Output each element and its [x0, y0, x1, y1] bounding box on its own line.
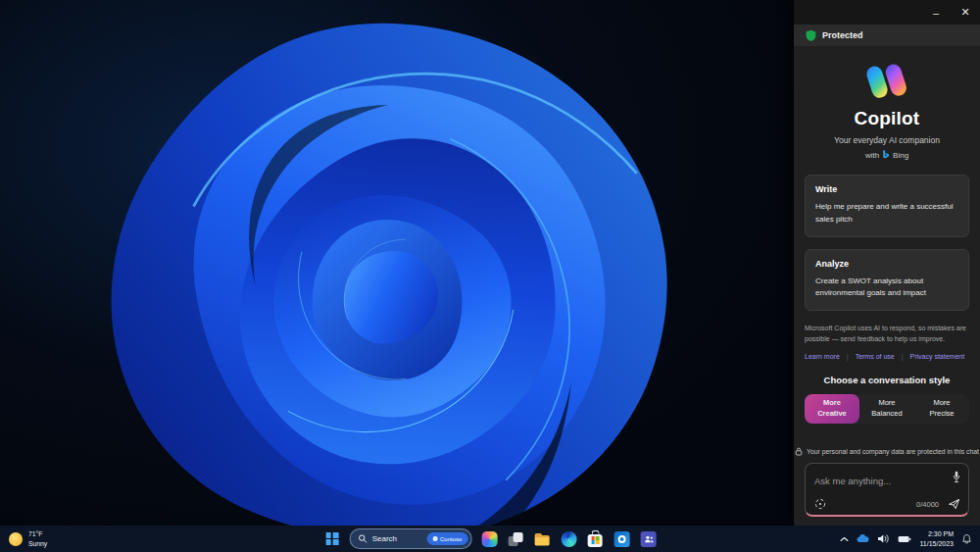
badge-logo-icon [433, 536, 438, 541]
task-view-icon [509, 532, 523, 546]
edge-button[interactable] [560, 530, 577, 548]
outlook-button[interactable] [612, 530, 630, 548]
ai-disclaimer: Microsoft Copilot uses AI to respond, so… [805, 324, 969, 345]
shield-icon [806, 29, 816, 41]
task-view-button[interactable] [507, 530, 524, 548]
with-bing-line: with Bing [865, 150, 908, 160]
onedrive-tray-button[interactable] [857, 534, 869, 543]
send-icon [948, 498, 960, 510]
bing-label: Bing [893, 151, 908, 160]
input-toolbar: 0/4000 [814, 498, 960, 510]
taskbar: 71°F Sunny Search Contoso [0, 526, 980, 552]
style-line1: More [823, 398, 841, 409]
sun-icon [9, 532, 23, 546]
outlook-icon [613, 531, 629, 547]
lock-icon [795, 447, 803, 456]
speaker-icon [877, 533, 890, 544]
chat-input-box: 0/4000 [805, 463, 969, 517]
style-line2: Precise [929, 409, 954, 420]
search-label: Search [372, 534, 397, 543]
clock-time: 2:30 PM [919, 529, 954, 539]
weather-widget[interactable]: 71°F Sunny [9, 526, 47, 552]
suggestion-card-write[interactable]: Write Help me prepare and write a succes… [805, 175, 969, 237]
windows-logo-icon [325, 532, 338, 545]
screenshot-button[interactable] [814, 498, 826, 510]
store-icon [588, 534, 603, 547]
teams-icon [640, 531, 656, 547]
style-line2: Balanced [871, 409, 902, 420]
copilot-panel: – ✕ Protected [794, 0, 980, 526]
panel-titlebar: – ✕ [794, 0, 980, 25]
weather-temp: 71°F [28, 529, 47, 538]
bing-icon [882, 150, 890, 160]
copilot-title: Copilot [855, 108, 920, 129]
copilot-taskbar-button[interactable] [480, 530, 498, 548]
privacy-statement-link[interactable]: Privacy statement [910, 353, 965, 360]
clock-date: 11/15/2023 [919, 539, 954, 549]
store-button[interactable] [586, 530, 604, 548]
link-separator: | [902, 353, 904, 360]
char-counter: 0/4000 [916, 500, 939, 509]
style-line2: Creative [817, 409, 847, 420]
teams-button[interactable] [639, 530, 657, 548]
card-body: Create a SWOT analysis about environment… [815, 276, 958, 301]
style-more-creative-button[interactable]: More Creative [805, 394, 859, 424]
system-tray: 2:30 PM 11/15/2023 [840, 526, 972, 552]
protected-banner: Protected [794, 25, 980, 46]
search-box[interactable]: Search Contoso [350, 528, 472, 549]
battery-icon [898, 535, 911, 543]
link-separator: | [847, 353, 849, 360]
bell-icon [961, 533, 972, 545]
copilot-icon [481, 531, 497, 547]
style-more-precise-button[interactable]: More Precise [914, 394, 969, 424]
with-label: with [865, 151, 879, 160]
file-explorer-button[interactable] [533, 530, 551, 548]
conversation-style-selector: More Creative More Balanced More Precise [805, 394, 969, 424]
terms-of-use-link[interactable]: Terms of use [856, 353, 895, 360]
battery-button[interactable] [898, 535, 911, 543]
badge-label: Contoso [440, 536, 462, 542]
copilot-logo [864, 60, 909, 101]
taskbar-center: Search Contoso [323, 526, 658, 552]
mic-icon [952, 471, 961, 483]
style-more-balanced-button[interactable]: More Balanced [859, 394, 914, 424]
wallpaper-bloom [0, 0, 794, 526]
search-icon [359, 534, 368, 543]
data-protection-text: Your personal and company data are prote… [807, 448, 979, 455]
close-button[interactable]: ✕ [951, 0, 980, 25]
suggestion-card-analyze[interactable]: Analyze Create a SWOT analysis about env… [805, 249, 969, 312]
weather-condition: Sunny [28, 539, 47, 548]
tray-overflow-button[interactable] [840, 536, 849, 542]
contoso-badge[interactable]: Contoso [427, 532, 467, 545]
copilot-subtitle: Your everyday AI companion [834, 135, 940, 145]
card-body: Help me prepare and write a successful s… [815, 201, 958, 226]
minimize-button[interactable]: – [921, 0, 951, 25]
file-explorer-icon [534, 532, 551, 546]
card-title: Analyze [815, 259, 958, 269]
chevron-up-icon [840, 536, 849, 542]
notifications-button[interactable] [961, 533, 972, 545]
send-button[interactable] [948, 498, 960, 510]
chat-input[interactable] [814, 476, 942, 486]
clock[interactable]: 2:30 PM 11/15/2023 [919, 529, 954, 549]
data-protection-note: Your personal and company data are prote… [795, 447, 979, 456]
onedrive-cloud-icon [857, 534, 869, 543]
legal-links: Learn more | Terms of use | Privacy stat… [805, 353, 969, 360]
desktop: – ✕ Protected [0, 0, 980, 552]
conversation-style-heading: Choose a conversation style [824, 375, 951, 385]
start-button[interactable] [323, 530, 341, 548]
style-line1: More [878, 398, 895, 409]
card-title: Write [815, 184, 958, 194]
style-line1: More [933, 398, 950, 409]
mic-button[interactable] [952, 471, 961, 486]
volume-button[interactable] [877, 533, 890, 544]
screenshot-icon [814, 498, 826, 510]
panel-body: Copilot Your everyday AI companion with … [794, 46, 980, 526]
edge-icon [561, 531, 576, 547]
learn-more-link[interactable]: Learn more [805, 353, 840, 360]
protected-label: Protected [822, 30, 863, 40]
